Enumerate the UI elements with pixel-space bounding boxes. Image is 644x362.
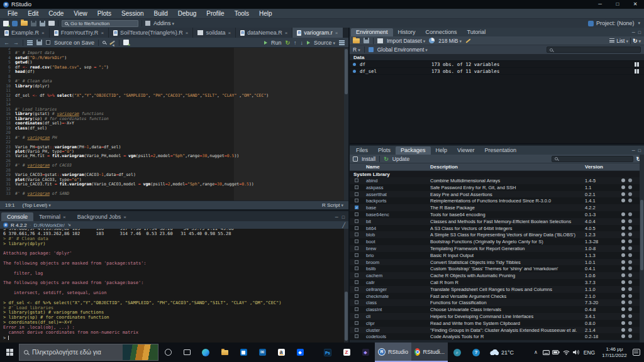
package-checkbox[interactable] bbox=[355, 192, 358, 196]
package-row[interactable]: bslibCustom 'Bootstrap' 'Sass' Themes fo… bbox=[350, 265, 640, 272]
back-icon[interactable]: ← bbox=[4, 40, 9, 46]
package-checkbox[interactable] bbox=[355, 307, 358, 311]
package-website-icon[interactable] bbox=[621, 178, 625, 182]
package-name[interactable]: class bbox=[366, 300, 377, 305]
package-checkbox[interactable] bbox=[355, 300, 358, 304]
package-remove-icon[interactable] bbox=[628, 300, 632, 304]
file-type-indicator[interactable]: R Script bbox=[322, 202, 343, 208]
package-remove-icon[interactable] bbox=[628, 178, 632, 182]
package-remove-icon[interactable] bbox=[628, 212, 632, 216]
package-row[interactable]: brewTemplating Framework for Report Gene… bbox=[350, 245, 640, 252]
load-workspace-icon[interactable] bbox=[353, 38, 360, 43]
install-button[interactable]: Install bbox=[362, 156, 375, 162]
tab-connections[interactable]: Connections bbox=[421, 28, 462, 36]
package-checkbox[interactable] bbox=[355, 266, 358, 270]
console-tab-terminal[interactable]: Terminal bbox=[33, 212, 72, 221]
forward-icon[interactable]: → bbox=[13, 40, 19, 46]
tab-packages[interactable]: Packages bbox=[396, 146, 431, 155]
environment-object-row[interactable]: df_sel173 obs. of 11 variables bbox=[350, 68, 644, 75]
maximize-pane-icon[interactable] bbox=[638, 30, 641, 35]
package-checkbox[interactable] bbox=[355, 178, 358, 182]
clear-workspace-icon[interactable] bbox=[465, 38, 470, 43]
tab-history[interactable]: History bbox=[393, 28, 421, 36]
close-tab-icon[interactable] bbox=[228, 30, 231, 36]
package-row[interactable]: assertthatEasy Pre and Post Assertions0.… bbox=[350, 191, 640, 198]
edge-button[interactable] bbox=[196, 343, 215, 362]
package-name[interactable]: cachem bbox=[366, 273, 382, 278]
menu-code[interactable]: Code bbox=[43, 9, 69, 18]
menu-plots[interactable]: Plots bbox=[92, 9, 116, 18]
cortana-button[interactable] bbox=[158, 343, 177, 362]
addins-menu[interactable]: Addins bbox=[153, 20, 174, 26]
package-remove-icon[interactable] bbox=[628, 321, 632, 325]
package-remove-icon[interactable] bbox=[628, 266, 632, 270]
close-tab-icon[interactable] bbox=[186, 30, 189, 36]
code-editor[interactable]: 2 3#' # Import data4setwd("D:/R/WorkDir"… bbox=[0, 48, 348, 200]
tab-presentation[interactable]: Presentation bbox=[479, 146, 521, 155]
package-remove-icon[interactable] bbox=[628, 260, 632, 264]
console-resize-icon[interactable]: ╱ bbox=[342, 222, 345, 228]
compile-report-icon[interactable] bbox=[123, 40, 129, 45]
package-checkbox[interactable] bbox=[355, 199, 358, 202]
rerun-icon[interactable]: ↻ bbox=[285, 40, 290, 46]
minimize-pane-icon[interactable] bbox=[632, 30, 635, 35]
package-name[interactable]: bit64 bbox=[366, 226, 376, 231]
package-checkbox[interactable] bbox=[355, 321, 358, 325]
package-checkbox[interactable] bbox=[355, 328, 358, 332]
package-remove-icon[interactable] bbox=[628, 273, 632, 277]
editor-tab-soildata[interactable]: soildata bbox=[193, 28, 235, 38]
package-remove-icon[interactable] bbox=[628, 280, 632, 284]
package-remove-icon[interactable] bbox=[628, 219, 632, 223]
package-name[interactable]: broom bbox=[366, 260, 379, 265]
mail-button[interactable]: ✉ bbox=[253, 343, 272, 362]
open-file-icon[interactable] bbox=[21, 21, 28, 26]
package-website-icon[interactable] bbox=[621, 219, 625, 223]
clock[interactable]: 1:46 μμ 17/11/2022 bbox=[597, 346, 631, 358]
package-remove-icon[interactable] bbox=[628, 314, 632, 318]
package-website-icon[interactable] bbox=[621, 212, 625, 216]
package-remove-icon[interactable] bbox=[628, 246, 632, 250]
save-source-icon[interactable] bbox=[36, 40, 42, 45]
project-menu[interactable]: Project: (None) bbox=[588, 20, 640, 26]
notification-center-icon[interactable] bbox=[631, 343, 641, 362]
package-name[interactable]: classInt bbox=[366, 307, 382, 312]
package-remove-icon[interactable] bbox=[628, 307, 632, 311]
editor-tab-variogram.r[interactable]: Rvariogram.r bbox=[292, 28, 342, 38]
package-name[interactable]: askpass bbox=[366, 185, 384, 190]
tab-plots[interactable]: Plots bbox=[373, 146, 396, 155]
package-website-icon[interactable] bbox=[621, 334, 625, 338]
package-website-icon[interactable] bbox=[621, 300, 625, 304]
tab-help[interactable]: Help bbox=[431, 146, 453, 155]
package-website-icon[interactable] bbox=[621, 280, 625, 284]
minimize-button[interactable] bbox=[591, 0, 609, 9]
package-row[interactable]: blobA Simple S3 Class for Representing V… bbox=[350, 231, 640, 238]
package-checkbox[interactable] bbox=[355, 233, 358, 236]
package-website-icon[interactable] bbox=[621, 246, 625, 250]
tab-viewer[interactable]: Viewer bbox=[452, 146, 479, 155]
find-replace-icon[interactable] bbox=[103, 41, 106, 44]
console-tab-background-jobs[interactable]: Background Jobs bbox=[72, 212, 132, 221]
close-tab-icon[interactable] bbox=[42, 30, 45, 36]
package-website-icon[interactable] bbox=[621, 192, 625, 196]
package-row[interactable]: base64encTools for base64 encoding0.1-3 bbox=[350, 211, 640, 218]
language-indicator[interactable]: ENG bbox=[581, 349, 597, 356]
package-name[interactable]: backports bbox=[366, 198, 387, 204]
source-button[interactable]: Source bbox=[314, 40, 335, 46]
package-row[interactable]: askpassSafe Password Entry for R, Git, a… bbox=[350, 184, 640, 191]
file-explorer-button[interactable] bbox=[215, 343, 234, 362]
environment-object-row[interactable]: df173 obs. of 12 variables bbox=[350, 61, 644, 68]
console-scrollbar[interactable] bbox=[344, 229, 348, 343]
tab-environment[interactable]: Environment bbox=[351, 28, 393, 36]
menu-edit[interactable]: Edit bbox=[23, 9, 43, 18]
save-icon[interactable] bbox=[31, 21, 36, 26]
console-tab-console[interactable]: Console bbox=[1, 212, 33, 221]
package-name[interactable]: base64enc bbox=[366, 212, 389, 217]
obsidian-button[interactable]: ◆ bbox=[356, 343, 375, 362]
package-website-icon[interactable] bbox=[621, 287, 625, 291]
package-website-icon[interactable] bbox=[621, 321, 625, 325]
view-data-icon[interactable] bbox=[635, 62, 639, 67]
package-checkbox[interactable] bbox=[355, 260, 358, 264]
minimize-pane-icon[interactable] bbox=[335, 215, 338, 219]
package-website-icon[interactable] bbox=[621, 328, 625, 332]
package-name[interactable]: bit bbox=[366, 219, 371, 224]
